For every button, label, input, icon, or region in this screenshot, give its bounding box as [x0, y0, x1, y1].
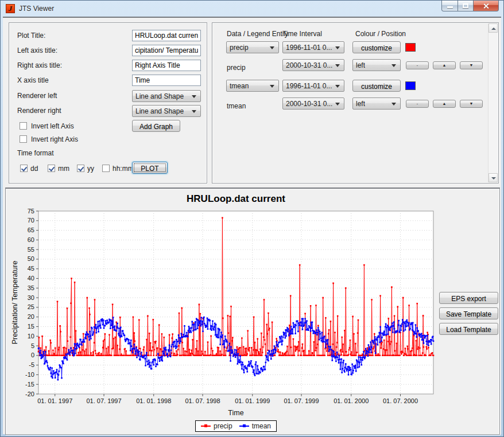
- chevron-down-icon: [270, 85, 274, 88]
- chevron-down-icon: [391, 64, 396, 67]
- remove-series-button-tmean[interactable]: -: [406, 100, 429, 108]
- invert-right-axis-checkbox[interactable]: [20, 135, 27, 143]
- legend-item-tmean: tmean: [239, 422, 271, 430]
- time-format-label-yy: yy: [87, 165, 94, 173]
- x-axis-title-label: X axis title: [17, 76, 49, 84]
- invert-left-axis-checkbox[interactable]: [20, 122, 27, 130]
- header-colour-position: Colour / Position: [355, 30, 406, 38]
- interval-start-tmean-value: 1996-11-01 0...: [286, 82, 332, 90]
- plot-title-label: Plot Title:: [17, 32, 45, 40]
- position-select-tmean[interactable]: left: [352, 97, 401, 110]
- position-tmean-value: left: [356, 100, 365, 108]
- svg-text:-5: -5: [29, 361, 34, 368]
- timeseries-chart: -20-15-10-505101520253035404550556065707…: [6, 204, 442, 420]
- chevron-down-icon: [192, 110, 196, 113]
- svg-text:15: 15: [28, 323, 34, 330]
- svg-text:01. 01. 1998: 01. 01. 1998: [136, 397, 171, 404]
- chevron-down-icon: [335, 64, 340, 67]
- right-axis-title-input[interactable]: [132, 60, 201, 71]
- svg-text:75: 75: [28, 208, 34, 214]
- svg-text:20: 20: [28, 313, 34, 320]
- color-swatch-precip[interactable]: [405, 43, 416, 52]
- plot-title-input[interactable]: [132, 30, 201, 41]
- load-template-button[interactable]: Load Template: [439, 323, 498, 335]
- legend-marker-tmean: [239, 426, 249, 427]
- legend-marker-precip: [201, 426, 211, 427]
- svg-text:40: 40: [28, 275, 34, 282]
- save-template-button[interactable]: Save Template: [439, 307, 498, 319]
- left-axis-title-input[interactable]: [132, 45, 201, 56]
- renderer-left-value: Line and Shape: [135, 92, 184, 100]
- chevron-down-icon: [335, 46, 340, 49]
- svg-text:-15: -15: [25, 381, 34, 388]
- scroll-down-button[interactable]: [489, 173, 498, 182]
- add-graph-button[interactable]: Add Graph: [132, 120, 180, 132]
- scroll-up-icon: [491, 28, 496, 30]
- titlebar[interactable]: J JTS Viewer: [1, 1, 503, 17]
- svg-text:01. 07. 1997: 01. 07. 1997: [86, 397, 121, 404]
- plot-settings-panel: Plot Title: Left axis title: Right axis …: [9, 22, 207, 184]
- interval-end-tmean-value: 2000-10-31 0...: [286, 100, 332, 108]
- svg-text:Precipitation/ Temperature: Precipitation/ Temperature: [11, 261, 19, 345]
- eps-export-button[interactable]: EPS export: [439, 292, 498, 304]
- svg-text:65: 65: [28, 227, 34, 233]
- position-select-precip[interactable]: left: [352, 59, 401, 71]
- series-panel-scrollbar[interactable]: [488, 24, 498, 182]
- close-button[interactable]: [474, 1, 499, 11]
- svg-text:60: 60: [28, 236, 34, 243]
- time-format-label-dd: dd: [30, 165, 38, 173]
- move-down-button-precip[interactable]: ▼: [460, 61, 483, 69]
- window-title: JTS Viewer: [19, 5, 54, 13]
- plot-button[interactable]: PLOT: [132, 162, 168, 174]
- position-precip-value: left: [356, 61, 365, 69]
- svg-text:01. 01. 1997: 01. 01. 1997: [37, 397, 72, 404]
- remove-series-button-precip[interactable]: -: [406, 61, 429, 69]
- time-format-checkbox-hhmm[interactable]: [102, 165, 110, 172]
- maximize-icon: [463, 3, 468, 8]
- time-format-checkbox-mm[interactable]: [48, 165, 55, 172]
- maximize-button[interactable]: [458, 1, 474, 11]
- svg-text:0: 0: [31, 352, 34, 358]
- chevron-down-icon: [391, 103, 396, 106]
- scroll-up-button[interactable]: [489, 24, 498, 33]
- invert-right-axis-label: Invert right Axis: [31, 135, 78, 143]
- time-format-label-mm: mm: [58, 165, 69, 173]
- close-icon: [483, 3, 489, 9]
- series-select-tmean-value: tmean: [230, 82, 249, 90]
- legend-label-precip: precip: [214, 422, 232, 430]
- svg-text:50: 50: [28, 255, 34, 262]
- renderer-left-select[interactable]: Line and Shape: [132, 90, 201, 102]
- color-swatch-tmean[interactable]: [405, 81, 416, 90]
- scroll-down-icon: [491, 177, 496, 180]
- svg-text:Time: Time: [228, 409, 243, 417]
- chart-legend: precip tmean: [38, 420, 433, 432]
- svg-text:-20: -20: [25, 391, 34, 397]
- minimize-button[interactable]: [441, 1, 458, 11]
- time-format-checkbox-yy[interactable]: [77, 165, 84, 172]
- svg-text:10: 10: [28, 333, 34, 340]
- move-down-button-tmean[interactable]: ▼: [460, 100, 483, 108]
- x-axis-title-input[interactable]: [132, 75, 201, 86]
- series-config-panel: Data / Legend Entry Time Interval Colour…: [212, 22, 499, 184]
- interval-start-select-precip[interactable]: 1996-11-01 0...: [282, 41, 344, 53]
- renderer-right-value: Line and Shape: [135, 107, 184, 115]
- time-format-checkbox-dd[interactable]: [20, 165, 28, 172]
- series-select-precip[interactable]: precip: [226, 41, 279, 53]
- series-select-tmean[interactable]: tmean: [226, 80, 279, 92]
- right-axis-title-label: Right axis title:: [17, 61, 62, 69]
- interval-start-select-tmean[interactable]: 1996-11-01 0...: [282, 80, 344, 92]
- svg-text:55: 55: [28, 246, 34, 253]
- time-format-label: Time format: [17, 149, 54, 157]
- interval-end-select-precip[interactable]: 2000-10-31 0...: [282, 59, 344, 71]
- app-window: J JTS Viewer Plot Title: Left axis title…: [0, 0, 504, 437]
- chevron-down-icon: [270, 46, 274, 49]
- customize-button-precip[interactable]: customize: [352, 41, 401, 53]
- move-up-button-precip[interactable]: ▲: [433, 61, 456, 69]
- svg-text:35: 35: [28, 284, 34, 291]
- move-up-button-tmean[interactable]: ▲: [433, 100, 456, 108]
- interval-end-select-tmean[interactable]: 2000-10-31 0...: [282, 97, 344, 110]
- customize-button-tmean[interactable]: customize: [352, 80, 401, 92]
- renderer-right-select[interactable]: Line and Shape: [132, 105, 201, 117]
- interval-start-precip-value: 1996-11-01 0...: [286, 44, 332, 52]
- svg-text:30: 30: [28, 294, 34, 301]
